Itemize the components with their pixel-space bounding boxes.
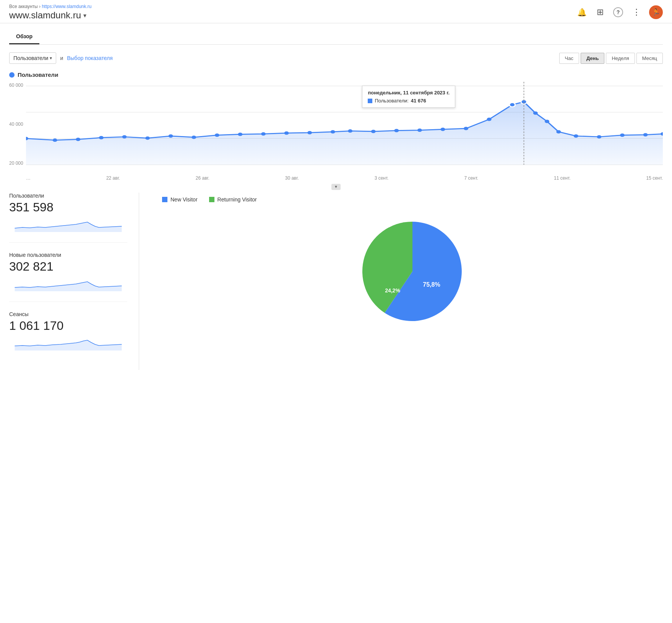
time-btn-week[interactable]: Неделя [606, 53, 635, 64]
stat-new-users: Новые пользователи 302 821 [9, 252, 127, 302]
svg-point-18 [348, 129, 352, 133]
chart-tooltip: понедельник, 11 сентября 2023 г. Пользов… [362, 86, 455, 108]
svg-point-33 [643, 133, 648, 136]
svg-point-29 [556, 130, 561, 134]
time-btn-hour[interactable]: Час [559, 53, 579, 64]
svg-point-23 [464, 127, 468, 130]
svg-point-31 [597, 135, 601, 139]
header-icons: 🔔 ⊞ ? ⋮ 🏃 [576, 5, 663, 19]
metric-dropdown[interactable]: Пользователи ▾ [9, 52, 56, 64]
site-dropdown-arrow[interactable]: ▾ [83, 12, 86, 19]
x-label-3: 30 авг. [285, 175, 299, 181]
pie-container: 75,8% 24,2% [162, 210, 663, 333]
legend-new-visitor-label: New Visitor [170, 196, 198, 203]
time-buttons: Час День Неделя Месяц [559, 53, 663, 64]
pie-chart-svg: 75,8% 24,2% [347, 210, 477, 333]
and-label: и [60, 55, 63, 61]
tooltip-date: понедельник, 11 сентября 2023 г. [368, 90, 450, 96]
svg-point-13 [238, 133, 242, 136]
pie-returning-pct: 24,2% [385, 287, 400, 294]
stat-sessions-label: Сеансы [9, 311, 127, 317]
svg-point-27 [533, 111, 538, 115]
chart-container: 60 000 40 000 20 000 [9, 82, 663, 181]
svg-point-15 [284, 131, 289, 135]
metric-label: Пользователи [13, 55, 48, 61]
svg-point-10 [169, 134, 173, 138]
svg-point-17 [331, 130, 335, 134]
x-label-2: 26 авг. [196, 175, 209, 181]
y-label-60000: 60 000 [9, 83, 23, 88]
avatar-icon[interactable]: 🏃 [649, 5, 663, 19]
svg-point-5 [53, 138, 57, 142]
legend-sq-green [209, 197, 214, 202]
sparkline-sessions [9, 335, 127, 350]
stat-users-value: 351 598 [9, 200, 127, 214]
grid-icon[interactable]: ⊞ [595, 7, 605, 18]
svg-point-30 [574, 134, 578, 138]
stat-new-users-value: 302 821 [9, 260, 127, 274]
toolbar-left: Пользователи ▾ и Выбор показателя [9, 52, 113, 64]
pie-new-pct: 75,8% [423, 281, 440, 288]
svg-point-20 [394, 129, 399, 132]
chart-section: Пользователи 60 000 40 000 20 000 [9, 71, 663, 181]
chart-title: Пользователи [9, 71, 663, 78]
tab-overview[interactable]: Обзор [9, 29, 39, 44]
svg-point-19 [371, 130, 376, 133]
pie-section: New Visitor Returning Visitor [139, 193, 663, 370]
chart-title-label: Пользователи [18, 71, 58, 78]
stat-sessions-value: 1 061 170 [9, 319, 127, 333]
svg-point-14 [261, 132, 266, 136]
breadcrumb: Все аккаунты › https://www.slamdunk.ru [9, 4, 92, 9]
y-axis: 60 000 40 000 20 000 [9, 82, 23, 166]
sparkline-users [9, 217, 127, 232]
legend-new-visitor: New Visitor [162, 196, 198, 203]
tooltip-value: 41 676 [411, 98, 426, 104]
site-name: www.slamdunk.ru [9, 10, 81, 21]
y-label-20000: 20 000 [9, 161, 23, 166]
x-label-4: 3 сент. [375, 175, 389, 181]
x-label-7: 15 сент. [646, 175, 663, 181]
svg-point-21 [417, 128, 422, 132]
y-label-40000: 40 000 [9, 122, 23, 127]
legend-returning-visitor-label: Returning Visitor [218, 196, 257, 203]
breadcrumb-url[interactable]: https://www.slamdunk.ru [42, 4, 91, 9]
stats-column: Пользователи 351 598 Новые пользователи … [9, 193, 139, 370]
header: Все аккаунты › https://www.slamdunk.ru w… [0, 0, 672, 23]
svg-point-28 [545, 120, 549, 123]
stat-users-label: Пользователи [9, 193, 127, 199]
metric-dropdown-arrow: ▾ [50, 55, 52, 61]
legend-sq-blue [162, 197, 167, 202]
header-left: Все аккаунты › https://www.slamdunk.ru w… [9, 4, 92, 21]
sparkline-new-users [9, 276, 127, 291]
svg-point-22 [440, 128, 445, 131]
pie-legend: New Visitor Returning Visitor [162, 196, 663, 203]
scroll-indicator: ▼ [9, 183, 663, 190]
svg-point-32 [620, 133, 625, 137]
x-label-0: … [26, 175, 31, 181]
content: Обзор Пользователи ▾ и Выбор показателя … [0, 23, 672, 376]
tooltip-metric-label: Пользователи: [375, 98, 408, 104]
x-label-5: 7 сент. [464, 175, 478, 181]
bell-icon[interactable]: 🔔 [576, 7, 587, 18]
tooltip-square [368, 99, 372, 103]
chart-svg [26, 82, 663, 174]
stat-users: Пользователи 351 598 [9, 193, 127, 243]
add-metric-button[interactable]: Выбор показателя [67, 55, 113, 61]
svg-point-11 [192, 136, 196, 139]
legend-returning-visitor: Returning Visitor [209, 196, 257, 203]
scroll-button[interactable]: ▼ [331, 184, 341, 190]
svg-point-24 [487, 118, 492, 121]
svg-point-6 [76, 138, 80, 141]
svg-point-25 [510, 103, 515, 107]
breadcrumb-all[interactable]: Все аккаунты [9, 4, 38, 9]
more-icon[interactable]: ⋮ [631, 7, 641, 18]
help-icon[interactable]: ? [613, 7, 623, 17]
x-label-1: 22 авг. [106, 175, 120, 181]
tooltip-metric: Пользователи: 41 676 [368, 98, 450, 104]
x-axis: … 22 авг. 26 авг. 30 авг. 3 сент. 7 сент… [9, 175, 663, 181]
time-btn-day[interactable]: День [581, 53, 605, 64]
stat-sessions: Сеансы 1 061 170 [9, 311, 127, 361]
svg-point-12 [215, 133, 219, 137]
svg-point-7 [99, 136, 104, 140]
time-btn-month[interactable]: Месяц [636, 53, 663, 64]
